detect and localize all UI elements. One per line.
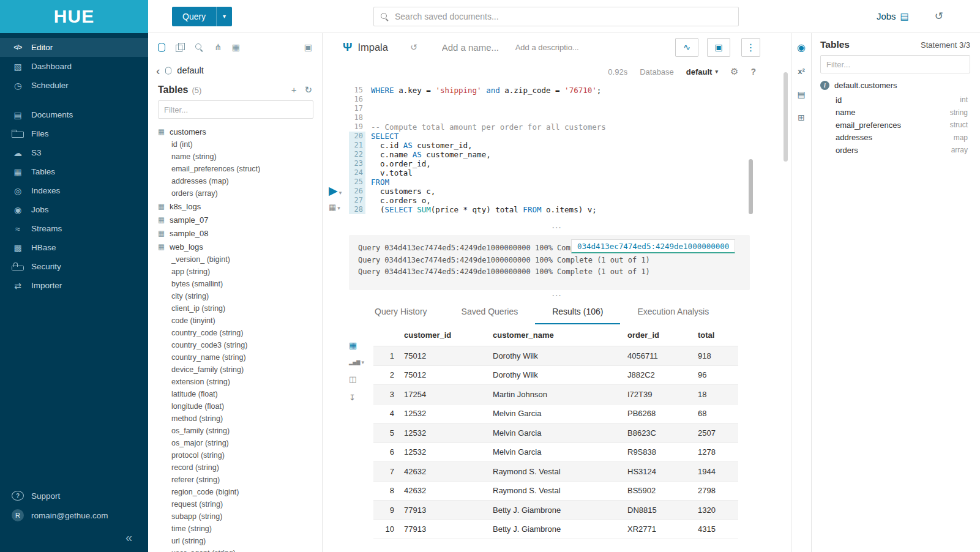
settings-gear-icon[interactable]: ⚙ (730, 66, 738, 77)
new-query-button[interactable]: Query ▾ (172, 7, 232, 26)
table-row[interactable]: 317254Martin JohnsonI72T3918 (373, 385, 738, 405)
table-row[interactable]: 612532Melvin GarciaR9S8381278 (373, 443, 738, 463)
column-item[interactable]: country_code (string) (158, 327, 322, 339)
global-history-icon[interactable]: ↺ (935, 10, 943, 23)
column-item[interactable]: device_family (string) (158, 364, 322, 376)
sitemap-icon[interactable]: ⋔ (214, 42, 222, 52)
table-row[interactable]: 275012Dorothy WilkJ882C296 (373, 366, 738, 386)
column-item[interactable]: addresses (map) (158, 175, 322, 187)
column-item-email-preferences[interactable]: email_preferencesstruct (820, 119, 970, 132)
column-item-id[interactable]: idint (820, 94, 970, 106)
tab-query-history[interactable]: Query History (357, 300, 444, 324)
documents-source-icon[interactable] (176, 43, 184, 51)
execute-options-icon[interactable]: ▾ (339, 190, 342, 196)
language-reference-icon[interactable]: ▤ (797, 89, 805, 99)
column-item[interactable]: user_agent (string) (158, 547, 322, 552)
table-row[interactable]: 977913Betty J. GiambroneDN88151320 (373, 501, 738, 520)
table-row[interactable]: 1077913Betty J. GiambroneXR27714315 (373, 520, 738, 540)
jobs-button[interactable]: Jobs ▤ (877, 11, 909, 22)
column-item[interactable]: protocol (string) (158, 449, 322, 461)
save-button[interactable]: ▣ (707, 38, 730, 57)
column-item[interactable]: email_preferences (struct) (158, 163, 322, 175)
tab-saved-queries[interactable]: Saved Queries (444, 300, 536, 324)
assist-filter-input[interactable] (158, 100, 313, 119)
sidebar-item-importer[interactable]: ⇄Importer (0, 276, 148, 295)
grid-view-icon[interactable]: ▦ (349, 340, 357, 350)
help-icon[interactable]: ? (750, 67, 756, 76)
column-item[interactable]: method (string) (158, 412, 322, 425)
table-row[interactable]: 412532Melvin GarciaPB626868 (373, 405, 738, 424)
chevron-left-icon[interactable]: ‹ (156, 65, 160, 76)
table-row[interactable]: 842632Raymond S. VestalBS59022798 (373, 482, 738, 501)
editor-scrollbar[interactable] (784, 72, 788, 162)
query-history-icon[interactable]: ↺ (410, 42, 417, 52)
database-select[interactable]: default ▾ (686, 67, 718, 76)
execute-button[interactable]: ▶ (329, 184, 338, 197)
columns-view-icon[interactable]: ◫ (349, 375, 356, 384)
apps-grid-icon[interactable]: ▦ (232, 42, 240, 52)
hue-logo[interactable]: HUE (0, 0, 148, 33)
table-row[interactable]: 742632Raymond S. VestalHS31241944 (373, 462, 738, 482)
column-item[interactable]: request (string) (158, 498, 322, 510)
table-row[interactable]: 175012Dorothy Wilk4056711918 (373, 346, 738, 366)
query-type-dropdown[interactable]: ▾ (216, 7, 232, 26)
column-item[interactable]: longitude (float) (158, 400, 322, 412)
user-menu[interactable]: R romain@gethue.com (0, 505, 148, 525)
table-item-sample-07[interactable]: ▦sample_07 (158, 213, 322, 226)
column-item[interactable]: region_code (bigint) (158, 486, 322, 498)
column-item-orders[interactable]: ordersarray (820, 144, 970, 157)
right-panel-filter-input[interactable] (820, 55, 970, 73)
engine-name[interactable]: Impala (357, 42, 388, 53)
add-table-icon[interactable]: + (291, 84, 297, 95)
collections-icon[interactable]: ▣ (304, 42, 312, 52)
sidebar-item-jobs[interactable]: ◉Jobs (0, 200, 148, 219)
download-icon[interactable]: ↧ (349, 393, 356, 402)
chart-view-icon[interactable]: ▂▅▇▾ (349, 359, 364, 365)
databases-source-icon[interactable] (158, 43, 165, 52)
chart-button[interactable]: ∿ (675, 38, 698, 57)
functions-icon[interactable]: x² (798, 67, 805, 76)
code-editor[interactable]: ▶▾ ▦▾ 1516171819202122232425262728 WHERE… (323, 82, 791, 219)
sidebar-item-editor[interactable]: </>Editor (0, 38, 148, 57)
column-item[interactable]: code (tinyint) (158, 315, 322, 327)
column-item[interactable]: bytes (smallint) (158, 278, 322, 290)
column-item-name[interactable]: namestring (820, 106, 970, 119)
tab-execution-analysis[interactable]: Execution Analysis (620, 300, 726, 324)
zoom-search-icon[interactable] (195, 43, 204, 52)
table-item-customers[interactable]: ▦customers (158, 125, 322, 138)
query-description-input[interactable] (515, 43, 589, 52)
column-item[interactable]: id (int) (158, 138, 322, 151)
global-search[interactable] (373, 7, 739, 26)
column-item[interactable]: latitude (float) (158, 388, 322, 400)
column-item[interactable]: city (string) (158, 290, 322, 302)
sidebar-item-indexes[interactable]: ◎Indexes (0, 181, 148, 200)
sidebar-item-streams[interactable]: ≈Streams (0, 219, 148, 238)
column-item[interactable]: client_ip (string) (158, 302, 322, 315)
column-item[interactable]: os_major (string) (158, 437, 322, 449)
sidebar-item-scheduler[interactable]: ◷Scheduler (0, 76, 148, 95)
tab-results-106[interactable]: Results (106) (535, 300, 620, 324)
column-item[interactable]: time (string) (158, 523, 322, 535)
column-item[interactable]: orders (array) (158, 187, 322, 200)
query-id-tooltip[interactable]: 034d413ec7474ed5:4249de1000000000 (571, 239, 735, 253)
column-item[interactable]: country_code3 (string) (158, 339, 322, 351)
editor-options-button[interactable]: ▦▾ (329, 203, 351, 212)
database-breadcrumb[interactable]: ‹ default (148, 61, 322, 80)
search-input[interactable] (395, 12, 738, 21)
column-item-addresses[interactable]: addressesmap (820, 132, 970, 144)
column-item[interactable]: _version_ (bigint) (158, 253, 322, 266)
column-item[interactable]: name (string) (158, 151, 322, 163)
sidebar-item-security[interactable]: Security (0, 257, 148, 276)
collapse-sidebar-button[interactable]: « (0, 525, 148, 550)
refresh-tables-icon[interactable]: ↻ (304, 84, 312, 95)
table-item-k8s-logs[interactable]: ▦k8s_logs (158, 200, 322, 213)
schedule-icon[interactable]: ⊞ (798, 113, 805, 122)
resize-handle[interactable]: ⋯ (323, 290, 791, 300)
column-item[interactable]: subapp (string) (158, 510, 322, 523)
table-item-sample-08[interactable]: ▦sample_08 (158, 226, 322, 240)
column-item[interactable]: referer (string) (158, 474, 322, 486)
support-link[interactable]: ? Support (0, 486, 148, 505)
column-item[interactable]: extension (string) (158, 376, 322, 388)
query-name-input[interactable] (442, 42, 511, 53)
column-item[interactable]: country_name (string) (158, 351, 322, 364)
